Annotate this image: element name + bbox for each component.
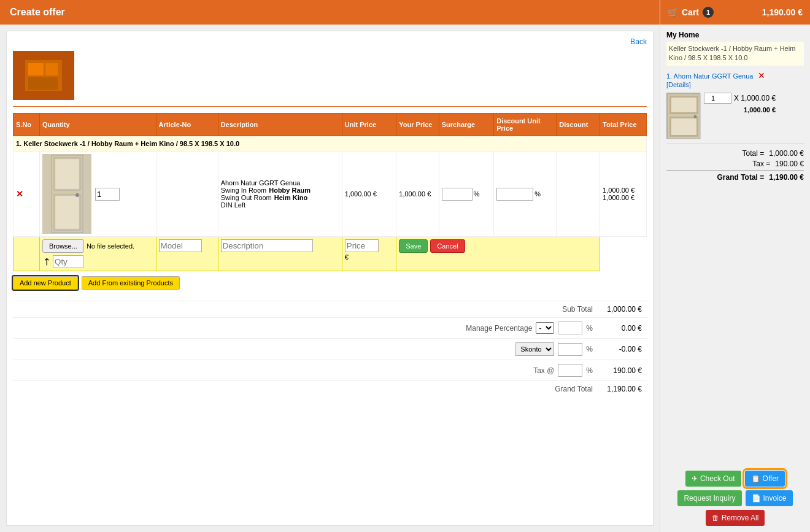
- surcharge-percent: %: [474, 190, 480, 198]
- manage-pct-percent: %: [586, 324, 593, 333]
- qty-cell: [40, 152, 156, 237]
- svg-rect-14: [671, 118, 696, 135]
- sidebar-actions: ✈ Check Out 📋 Offer Request Inquiry 📄 In…: [660, 471, 810, 532]
- remove-all-button[interactable]: 🗑 Remove All: [706, 510, 765, 526]
- discount-unit-price-input[interactable]: [496, 188, 533, 201]
- inquiry-button[interactable]: Request Inquiry: [677, 490, 741, 506]
- col-discount-unit-price: Discount Unit Price: [494, 114, 557, 136]
- col-surcharge: Surcharge: [439, 114, 493, 136]
- add-qty-input[interactable]: [53, 255, 83, 268]
- product-image: [42, 154, 91, 234]
- sub-total-value: 1,000.00 €: [598, 301, 647, 318]
- invoice-button[interactable]: 📄 Invoice: [746, 490, 793, 506]
- add-file-cell: Browse... No file selected. ↗: [40, 237, 156, 271]
- total-value: 1,000.00 €: [769, 149, 804, 158]
- sidebar-body: My Home Keller Stockwerk -1 / Hobby Raum…: [660, 25, 810, 471]
- cart-header: 🛒 Cart 1 1,190.00 €: [660, 0, 810, 25]
- action-row-1: ✈ Check Out 📋 Offer: [663, 471, 808, 487]
- cart-icon: 🛒: [668, 7, 678, 17]
- unit-price-cell: 1,000.00 €: [342, 152, 396, 237]
- quantity-input[interactable]: [95, 188, 120, 201]
- skonto-select[interactable]: Skonto Rabatt: [515, 342, 554, 356]
- manage-pct-select[interactable]: - +: [536, 322, 554, 334]
- svg-rect-8: [55, 196, 79, 229]
- svg-point-15: [694, 115, 697, 118]
- cart-item-delete-icon[interactable]: ✕: [758, 71, 765, 80]
- svg-point-9: [75, 193, 79, 197]
- trash-icon: 🗑: [712, 514, 719, 522]
- cart-item-name[interactable]: 1. Ahorn Natur GGRT Genua: [666, 72, 753, 80]
- tax-label-cell: Tax @ 19 %: [13, 360, 598, 381]
- manage-pct-input[interactable]: [558, 322, 582, 334]
- article-no-cell: [156, 152, 218, 237]
- action-row-2: Request Inquiry 📄 Invoice: [663, 490, 808, 506]
- discount-unit-percent: %: [534, 190, 541, 198]
- add-buttons-row: Add new Product Add From exitsting Produ…: [13, 271, 647, 295]
- action-row-3: 🗑 Remove All: [663, 510, 808, 526]
- surcharge-input[interactable]: [442, 188, 472, 201]
- offer-icon: 📋: [751, 474, 760, 483]
- product-thumbnail: [13, 51, 74, 100]
- checkout-button[interactable]: ✈ Check Out: [685, 471, 741, 487]
- surcharge-cell: %: [439, 152, 493, 237]
- grand-total-sidebar-line: Grand Total = 1,190.00 €: [666, 170, 804, 182]
- col-discount: Discount: [557, 114, 600, 136]
- checkout-icon: ✈: [692, 474, 698, 483]
- skonto-neg-value: -0.00 €: [598, 339, 647, 360]
- cart-count: 1: [703, 7, 714, 18]
- cart-item: 1. Ahorn Natur GGRT Genua ✕ [Details]: [666, 71, 804, 139]
- sidebar-location: Keller Stockwerk -1 / Hobby Raum + Heim …: [666, 42, 804, 66]
- add-row: Browse... No file selected. ↗: [14, 237, 647, 271]
- svg-rect-3: [28, 77, 58, 90]
- subtotals-table: Sub Total 1,000.00 € Manage Percentage -…: [13, 301, 647, 397]
- page-title: Create offer: [10, 7, 65, 18]
- svg-rect-7: [55, 159, 79, 189]
- delete-product-icon[interactable]: ✕: [16, 189, 23, 199]
- price-input[interactable]: [345, 239, 379, 252]
- sidebar-totals: Total = 1,000.00 € Tax = 190.00 € Grand …: [666, 144, 804, 182]
- cart-item-details-link[interactable]: [Details]: [666, 81, 691, 88]
- add-actions-cell: Save Cancel: [396, 237, 600, 271]
- add-new-product-button[interactable]: Add new Product: [13, 276, 78, 290]
- grand-total-amount: 1,190.00 €: [603, 385, 642, 393]
- col-sno: S.No: [14, 114, 40, 136]
- col-article-no: Article-No: [156, 114, 218, 136]
- desc-swing-out: Swing Out Room: [221, 194, 272, 201]
- tax-sidebar-label: Tax =: [752, 160, 770, 168]
- cart-qty-input[interactable]: [704, 93, 731, 104]
- manage-pct-value: 0.00 €: [598, 318, 647, 339]
- grand-total-row: Grand Total 1,190.00 €: [13, 381, 647, 398]
- back-link[interactable]: Back: [13, 37, 647, 46]
- desc-line3-row: Swing Out Room Heim Kino: [221, 194, 339, 201]
- checkout-label: Check Out: [700, 474, 735, 483]
- svg-rect-1: [28, 63, 44, 75]
- add-description-cell: [218, 237, 342, 271]
- browse-button[interactable]: Browse...: [42, 239, 84, 253]
- col-quantity: Quantity: [40, 114, 156, 136]
- manage-pct-row: Manage Percentage - + % 0.00 €: [13, 318, 647, 339]
- section-divider: [13, 106, 647, 107]
- tax-value: 190.00 €: [598, 360, 647, 381]
- cart-item-info: X 1,000.00 € 1,000.00 €: [704, 93, 776, 114]
- no-file-label: No file selected.: [87, 242, 134, 250]
- discount-unit-price-cell: %: [494, 152, 557, 237]
- grand-total-sidebar-value: 1,190.00 €: [769, 173, 804, 182]
- offer-label: Offer: [763, 474, 779, 483]
- add-existing-product-button[interactable]: Add From exitsting Products: [82, 276, 180, 290]
- total-price2: 1,000.00 €: [603, 194, 644, 201]
- tax-line: Tax = 190.00 €: [666, 160, 804, 168]
- svg-rect-2: [45, 63, 58, 75]
- tax-rate-input[interactable]: 19: [558, 364, 582, 377]
- col-your-price: Your Price: [396, 114, 439, 136]
- desc-line2-row: Swing In Room Hobby Raum: [221, 187, 339, 194]
- model-input[interactable]: [159, 239, 202, 252]
- save-button[interactable]: Save: [399, 239, 428, 253]
- offer-button[interactable]: 📋 Offer: [745, 471, 785, 487]
- grand-total-sidebar-label: Grand Total =: [717, 173, 764, 182]
- description-input[interactable]: [221, 239, 313, 252]
- product-row: ✕: [14, 152, 647, 237]
- skonto-value-input[interactable]: 0.00: [558, 343, 582, 356]
- tax-row: Tax @ 19 % 190.00 €: [13, 360, 647, 381]
- desc-heim-kino: Heim Kino: [274, 194, 307, 201]
- cancel-button[interactable]: Cancel: [430, 239, 465, 253]
